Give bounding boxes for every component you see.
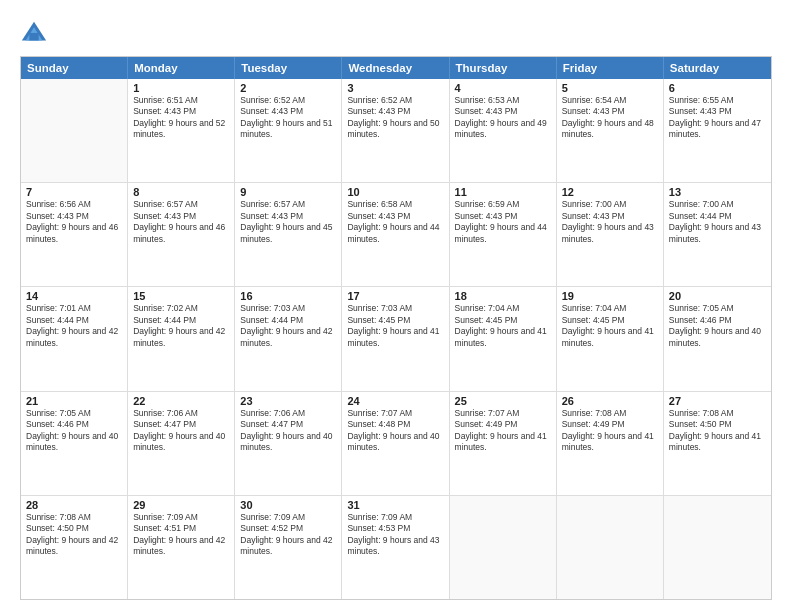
header-day-thursday: Thursday: [450, 57, 557, 79]
day-number: 5: [562, 82, 658, 94]
calendar-cell: 6Sunrise: 6:55 AM Sunset: 4:43 PM Daylig…: [664, 79, 771, 182]
day-number: 15: [133, 290, 229, 302]
day-number: 2: [240, 82, 336, 94]
calendar-cell: 12Sunrise: 7:00 AM Sunset: 4:43 PM Dayli…: [557, 183, 664, 286]
day-info: Sunrise: 6:59 AM Sunset: 4:43 PM Dayligh…: [455, 199, 551, 245]
day-number: 13: [669, 186, 766, 198]
day-info: Sunrise: 7:09 AM Sunset: 4:53 PM Dayligh…: [347, 512, 443, 558]
day-info: Sunrise: 7:08 AM Sunset: 4:50 PM Dayligh…: [669, 408, 766, 454]
day-info: Sunrise: 7:05 AM Sunset: 4:46 PM Dayligh…: [26, 408, 122, 454]
header-day-saturday: Saturday: [664, 57, 771, 79]
calendar-cell: 16Sunrise: 7:03 AM Sunset: 4:44 PM Dayli…: [235, 287, 342, 390]
calendar-cell: 23Sunrise: 7:06 AM Sunset: 4:47 PM Dayli…: [235, 392, 342, 495]
day-info: Sunrise: 6:57 AM Sunset: 4:43 PM Dayligh…: [240, 199, 336, 245]
calendar-cell: 29Sunrise: 7:09 AM Sunset: 4:51 PM Dayli…: [128, 496, 235, 599]
day-number: 18: [455, 290, 551, 302]
day-number: 21: [26, 395, 122, 407]
calendar-cell: 2Sunrise: 6:52 AM Sunset: 4:43 PM Daylig…: [235, 79, 342, 182]
calendar-cell: [450, 496, 557, 599]
day-info: Sunrise: 7:03 AM Sunset: 4:44 PM Dayligh…: [240, 303, 336, 349]
calendar-cell: [664, 496, 771, 599]
calendar-row-2: 14Sunrise: 7:01 AM Sunset: 4:44 PM Dayli…: [21, 286, 771, 390]
calendar-cell: 28Sunrise: 7:08 AM Sunset: 4:50 PM Dayli…: [21, 496, 128, 599]
calendar-cell: 1Sunrise: 6:51 AM Sunset: 4:43 PM Daylig…: [128, 79, 235, 182]
day-number: 23: [240, 395, 336, 407]
day-number: 19: [562, 290, 658, 302]
day-info: Sunrise: 7:03 AM Sunset: 4:45 PM Dayligh…: [347, 303, 443, 349]
header-day-wednesday: Wednesday: [342, 57, 449, 79]
calendar-cell: 27Sunrise: 7:08 AM Sunset: 4:50 PM Dayli…: [664, 392, 771, 495]
day-number: 6: [669, 82, 766, 94]
day-info: Sunrise: 7:04 AM Sunset: 4:45 PM Dayligh…: [562, 303, 658, 349]
calendar-cell: 21Sunrise: 7:05 AM Sunset: 4:46 PM Dayli…: [21, 392, 128, 495]
svg-rect-2: [29, 33, 38, 40]
day-number: 26: [562, 395, 658, 407]
day-info: Sunrise: 7:07 AM Sunset: 4:49 PM Dayligh…: [455, 408, 551, 454]
day-number: 24: [347, 395, 443, 407]
day-number: 22: [133, 395, 229, 407]
header-day-monday: Monday: [128, 57, 235, 79]
calendar-row-0: 1Sunrise: 6:51 AM Sunset: 4:43 PM Daylig…: [21, 79, 771, 182]
header-day-sunday: Sunday: [21, 57, 128, 79]
day-info: Sunrise: 7:07 AM Sunset: 4:48 PM Dayligh…: [347, 408, 443, 454]
calendar-cell: 3Sunrise: 6:52 AM Sunset: 4:43 PM Daylig…: [342, 79, 449, 182]
day-number: 17: [347, 290, 443, 302]
calendar-cell: 20Sunrise: 7:05 AM Sunset: 4:46 PM Dayli…: [664, 287, 771, 390]
calendar-header: SundayMondayTuesdayWednesdayThursdayFrid…: [21, 57, 771, 79]
day-info: Sunrise: 7:04 AM Sunset: 4:45 PM Dayligh…: [455, 303, 551, 349]
calendar-cell: 26Sunrise: 7:08 AM Sunset: 4:49 PM Dayli…: [557, 392, 664, 495]
calendar-cell: 5Sunrise: 6:54 AM Sunset: 4:43 PM Daylig…: [557, 79, 664, 182]
day-info: Sunrise: 7:06 AM Sunset: 4:47 PM Dayligh…: [240, 408, 336, 454]
calendar-cell: 4Sunrise: 6:53 AM Sunset: 4:43 PM Daylig…: [450, 79, 557, 182]
logo-icon: [20, 18, 48, 46]
day-info: Sunrise: 7:09 AM Sunset: 4:51 PM Dayligh…: [133, 512, 229, 558]
calendar-cell: 30Sunrise: 7:09 AM Sunset: 4:52 PM Dayli…: [235, 496, 342, 599]
calendar-cell: 25Sunrise: 7:07 AM Sunset: 4:49 PM Dayli…: [450, 392, 557, 495]
calendar-cell: 7Sunrise: 6:56 AM Sunset: 4:43 PM Daylig…: [21, 183, 128, 286]
calendar-row-3: 21Sunrise: 7:05 AM Sunset: 4:46 PM Dayli…: [21, 391, 771, 495]
calendar-cell: 9Sunrise: 6:57 AM Sunset: 4:43 PM Daylig…: [235, 183, 342, 286]
day-number: 27: [669, 395, 766, 407]
calendar-cell: 17Sunrise: 7:03 AM Sunset: 4:45 PM Dayli…: [342, 287, 449, 390]
calendar: SundayMondayTuesdayWednesdayThursdayFrid…: [20, 56, 772, 600]
calendar-cell: 24Sunrise: 7:07 AM Sunset: 4:48 PM Dayli…: [342, 392, 449, 495]
day-info: Sunrise: 7:00 AM Sunset: 4:43 PM Dayligh…: [562, 199, 658, 245]
header-day-friday: Friday: [557, 57, 664, 79]
calendar-cell: [21, 79, 128, 182]
calendar-cell: [557, 496, 664, 599]
day-info: Sunrise: 7:02 AM Sunset: 4:44 PM Dayligh…: [133, 303, 229, 349]
day-info: Sunrise: 6:52 AM Sunset: 4:43 PM Dayligh…: [347, 95, 443, 141]
page: SundayMondayTuesdayWednesdayThursdayFrid…: [0, 0, 792, 612]
calendar-body: 1Sunrise: 6:51 AM Sunset: 4:43 PM Daylig…: [21, 79, 771, 599]
calendar-cell: 8Sunrise: 6:57 AM Sunset: 4:43 PM Daylig…: [128, 183, 235, 286]
calendar-cell: 31Sunrise: 7:09 AM Sunset: 4:53 PM Dayli…: [342, 496, 449, 599]
header-day-tuesday: Tuesday: [235, 57, 342, 79]
day-info: Sunrise: 6:57 AM Sunset: 4:43 PM Dayligh…: [133, 199, 229, 245]
calendar-cell: 18Sunrise: 7:04 AM Sunset: 4:45 PM Dayli…: [450, 287, 557, 390]
day-number: 28: [26, 499, 122, 511]
logo: [20, 18, 52, 46]
day-number: 16: [240, 290, 336, 302]
day-info: Sunrise: 6:54 AM Sunset: 4:43 PM Dayligh…: [562, 95, 658, 141]
day-number: 4: [455, 82, 551, 94]
calendar-cell: 22Sunrise: 7:06 AM Sunset: 4:47 PM Dayli…: [128, 392, 235, 495]
calendar-cell: 14Sunrise: 7:01 AM Sunset: 4:44 PM Dayli…: [21, 287, 128, 390]
day-number: 7: [26, 186, 122, 198]
day-number: 10: [347, 186, 443, 198]
day-number: 31: [347, 499, 443, 511]
day-number: 11: [455, 186, 551, 198]
day-info: Sunrise: 6:55 AM Sunset: 4:43 PM Dayligh…: [669, 95, 766, 141]
day-number: 14: [26, 290, 122, 302]
day-number: 20: [669, 290, 766, 302]
day-info: Sunrise: 7:06 AM Sunset: 4:47 PM Dayligh…: [133, 408, 229, 454]
day-info: Sunrise: 6:58 AM Sunset: 4:43 PM Dayligh…: [347, 199, 443, 245]
calendar-cell: 10Sunrise: 6:58 AM Sunset: 4:43 PM Dayli…: [342, 183, 449, 286]
day-number: 25: [455, 395, 551, 407]
day-info: Sunrise: 7:08 AM Sunset: 4:50 PM Dayligh…: [26, 512, 122, 558]
day-number: 1: [133, 82, 229, 94]
day-info: Sunrise: 7:00 AM Sunset: 4:44 PM Dayligh…: [669, 199, 766, 245]
day-info: Sunrise: 7:05 AM Sunset: 4:46 PM Dayligh…: [669, 303, 766, 349]
day-info: Sunrise: 6:53 AM Sunset: 4:43 PM Dayligh…: [455, 95, 551, 141]
calendar-row-4: 28Sunrise: 7:08 AM Sunset: 4:50 PM Dayli…: [21, 495, 771, 599]
day-number: 8: [133, 186, 229, 198]
